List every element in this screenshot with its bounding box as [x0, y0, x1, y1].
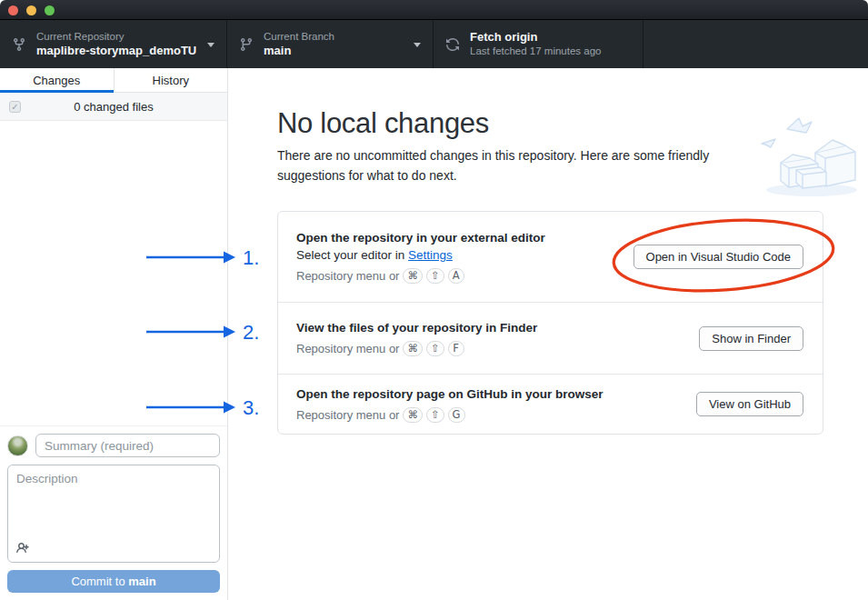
shortcut-hint-text: Repository menu or: [296, 340, 399, 357]
git-branch-icon: [239, 37, 254, 52]
fetch-origin-label: Fetch origin: [470, 30, 602, 45]
shortcut-hint: Repository menu or ⌘ ⇧ F: [296, 340, 537, 357]
current-branch-picker[interactable]: Current Branch main: [227, 20, 434, 68]
suggestion-row-editor: Open the repository in your external edi…: [278, 212, 823, 303]
person-add-icon: [16, 541, 31, 555]
tab-changes-label: Changes: [33, 74, 80, 87]
show-in-finder-button[interactable]: Show in Finder: [699, 326, 803, 351]
suggestion-title: Open the repository in your external edi…: [296, 229, 545, 246]
tab-changes[interactable]: Changes: [0, 68, 115, 92]
select-all-checkbox[interactable]: ✓: [9, 101, 21, 113]
empty-state-illustration: [741, 98, 868, 203]
main-content: No local changes There are no uncommitte…: [228, 68, 868, 600]
current-branch-label: Current Branch: [264, 30, 334, 43]
tab-history-label: History: [153, 74, 189, 87]
view-on-github-button[interactable]: View on GitHub: [696, 392, 803, 416]
suggestion-subtitle: Select your editor in Settings: [296, 246, 545, 264]
user-avatar: [7, 435, 28, 456]
cmd-key: ⌘: [403, 268, 423, 284]
commit-button-prefix: Commit to: [71, 575, 128, 588]
chevron-down-icon: [414, 43, 421, 47]
suggestion-subtitle-text: Select your editor in: [296, 248, 408, 262]
commit-button-branch: main: [128, 575, 155, 588]
letter-key: A: [448, 268, 464, 284]
cmd-key: ⌘: [403, 407, 423, 423]
sync-icon: [445, 37, 460, 52]
page-subtitle: There are no uncommitted changes in this…: [277, 146, 757, 186]
suggestion-title: View the files of your repository in Fin…: [296, 319, 537, 336]
fetch-origin-sublabel: Last fetched 17 minutes ago: [470, 45, 602, 57]
shortcut-hint: Repository menu or ⌘ ⇧ A: [296, 267, 545, 285]
changed-files-count: 0 changed files: [0, 100, 227, 114]
shortcut-hint-text: Repository menu or: [296, 267, 399, 285]
suggestion-row-finder: View the files of your repository in Fin…: [278, 303, 823, 375]
sidebar: Changes History ✓ 0 changed files: [0, 68, 228, 600]
commit-description-box: [7, 465, 220, 563]
suggestions-card: Open the repository in your external edi…: [277, 211, 823, 435]
cmd-key: ⌘: [403, 341, 423, 356]
open-in-editor-button[interactable]: Open in Visual Studio Code: [634, 245, 803, 269]
toolbar: Current Repository maplibre-storymap_dem…: [0, 20, 868, 68]
minimize-button[interactable]: [26, 5, 36, 15]
shift-key: ⇧: [426, 407, 444, 423]
fetch-origin-button[interactable]: Fetch origin Last fetched 17 minutes ago: [434, 20, 644, 68]
suggestion-title: Open the repository page on GitHub in yo…: [296, 385, 604, 403]
letter-key: G: [448, 407, 465, 423]
letter-key: F: [448, 341, 464, 356]
chevron-down-icon: [207, 43, 215, 47]
repo-forked-icon: [12, 37, 26, 52]
commit-button[interactable]: Commit to main: [7, 570, 220, 593]
commit-form: Commit to main: [0, 425, 227, 600]
commit-description-textarea[interactable]: [8, 465, 219, 562]
current-branch-value: main: [264, 44, 334, 58]
shortcut-hint: Repository menu or ⌘ ⇧ G: [296, 406, 604, 424]
close-button[interactable]: [8, 5, 18, 15]
page-title: No local changes: [277, 107, 489, 140]
current-repository-value: maplibre-storymap_demoTU: [36, 44, 196, 58]
shift-key: ⇧: [426, 268, 444, 284]
commit-summary-input[interactable]: [35, 434, 220, 457]
shortcut-hint-text: Repository menu or: [296, 406, 399, 424]
sidebar-tabbar: Changes History: [0, 68, 227, 93]
titlebar: [0, 0, 868, 20]
tab-history[interactable]: History: [115, 68, 228, 92]
current-repository-label: Current Repository: [36, 30, 196, 43]
zoom-button[interactable]: [45, 5, 55, 15]
settings-link[interactable]: Settings: [408, 248, 453, 262]
suggestion-row-github: Open the repository page on GitHub in yo…: [278, 375, 823, 434]
add-coauthor-button[interactable]: [15, 541, 31, 555]
current-repository-picker[interactable]: Current Repository maplibre-storymap_dem…: [0, 20, 227, 68]
app-window: Current Repository maplibre-storymap_dem…: [0, 0, 868, 600]
changed-files-row: ✓ 0 changed files: [0, 93, 227, 121]
shift-key: ⇧: [426, 341, 444, 356]
